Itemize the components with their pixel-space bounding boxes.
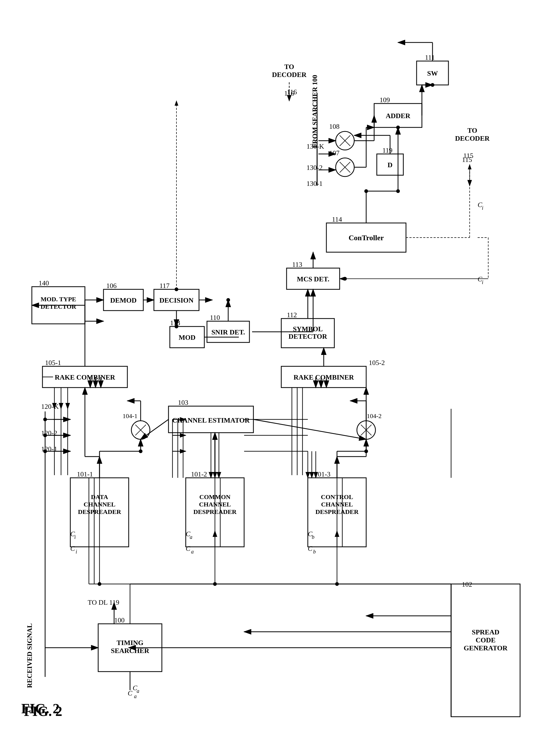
svg-text:CHANNEL ESTIMATOR: CHANNEL ESTIMATOR (172, 417, 250, 424)
svg-point-257 (175, 288, 178, 291)
svg-text:i: i (76, 549, 77, 555)
svg-text:C: C (70, 545, 75, 552)
svg-point-255 (139, 449, 143, 453)
svg-text:i: i (74, 534, 76, 540)
svg-text:112: 112 (287, 311, 297, 319)
svg-text:SPREAD: SPREAD (472, 628, 499, 636)
svg-text:CODE: CODE (476, 636, 495, 644)
svg-text:102: 102 (462, 581, 472, 588)
svg-text:SNIR DET.: SNIR DET. (212, 328, 245, 336)
svg-point-253 (213, 582, 217, 586)
svg-text:104-2: 104-2 (367, 413, 382, 419)
svg-point-254 (335, 582, 339, 586)
svg-text:b: b (313, 549, 316, 555)
svg-text:i: i (482, 279, 484, 285)
svg-text:116: 116 (284, 89, 294, 97)
svg-text:103: 103 (178, 399, 188, 406)
svg-text:DECODER: DECODER (272, 71, 307, 79)
svg-text:130-1: 130-1 (307, 180, 323, 188)
svg-text:RAKE COMBINER: RAKE COMBINER (293, 373, 354, 381)
svg-text:D: D (388, 161, 393, 169)
svg-text:C: C (308, 545, 313, 552)
svg-text:MCS DET.: MCS DET. (297, 275, 329, 283)
svg-text:100: 100 (115, 616, 125, 624)
svg-text:DECISION: DECISION (159, 296, 194, 304)
svg-text:a: a (134, 693, 137, 699)
svg-text:114: 114 (332, 216, 342, 223)
svg-text:DETECTOR: DETECTOR (288, 333, 327, 340)
svg-text:MOD. TYPE: MOD. TYPE (41, 296, 76, 303)
svg-text:109: 109 (380, 96, 390, 104)
svg-text:101-3: 101-3 (315, 470, 331, 478)
svg-text:105-1: 105-1 (45, 359, 61, 366)
svg-text:FROM SEARCHER 100: FROM SEARCHER 100 (311, 75, 319, 148)
svg-text:111: 111 (425, 53, 435, 61)
svg-text:TO: TO (284, 63, 294, 71)
svg-point-264 (431, 83, 434, 87)
figure-label: FIG. 2 (21, 701, 59, 716)
svg-text:DECODER: DECODER (455, 135, 489, 142)
svg-text:i: i (482, 205, 484, 211)
svg-point-256 (364, 449, 368, 453)
svg-text:115: 115 (462, 156, 472, 163)
svg-text:DEMOD: DEMOD (110, 296, 137, 304)
svg-text:TIMING: TIMING (117, 639, 143, 647)
svg-text:101-2: 101-2 (191, 470, 207, 478)
svg-text:ConTroller: ConTroller (349, 234, 384, 242)
svg-text:C: C (186, 545, 190, 552)
svg-point-265 (43, 449, 47, 453)
svg-line-138 (253, 419, 366, 439)
svg-text:117: 117 (159, 282, 170, 290)
svg-text:a: a (190, 534, 192, 540)
svg-text:SW: SW (427, 70, 438, 77)
svg-text:a: a (191, 549, 194, 555)
diagram-svg: SPREAD CODE GENERATOR 102 TIMING SEARCHE… (0, 0, 536, 756)
svg-text:120-K: 120-K (41, 403, 59, 410)
svg-text:GENERATOR: GENERATOR (464, 644, 507, 652)
svg-point-266 (43, 433, 47, 437)
svg-point-258 (175, 325, 178, 328)
svg-text:MOD: MOD (179, 334, 196, 341)
svg-text:113: 113 (292, 261, 302, 268)
svg-text:140: 140 (39, 279, 49, 287)
svg-point-259 (226, 298, 230, 302)
svg-text:130-2: 130-2 (307, 164, 323, 171)
svg-text:RECEIVED SIGNAL: RECEIVED SIGNAL (26, 623, 33, 688)
svg-text:105-2: 105-2 (369, 359, 385, 366)
svg-text:104-1: 104-1 (122, 413, 137, 419)
svg-text:TO DL 119: TO DL 119 (88, 599, 119, 606)
svg-text:108: 108 (329, 122, 340, 130)
svg-text:RAKE COMBINER: RAKE COMBINER (55, 373, 115, 381)
svg-text:ADDER: ADDER (386, 112, 411, 120)
svg-text:119: 119 (383, 147, 392, 154)
svg-point-261 (396, 189, 400, 193)
svg-text:b: b (312, 534, 315, 540)
svg-point-252 (98, 582, 101, 586)
svg-text:TO: TO (467, 127, 477, 134)
svg-point-263 (396, 125, 400, 129)
svg-point-260 (343, 277, 347, 281)
svg-text:106: 106 (106, 282, 117, 290)
svg-text:130-K: 130-K (307, 143, 324, 150)
svg-text:C: C (128, 689, 132, 697)
svg-text:110: 110 (210, 314, 220, 322)
svg-text:a: a (137, 688, 139, 694)
svg-text:107: 107 (329, 149, 340, 157)
diagram-container: FIG. 2 SPREAD CODE GENERATOR 102 TIMING … (0, 0, 536, 756)
svg-text:DETECTOR: DETECTOR (41, 303, 77, 310)
svg-point-262 (364, 189, 368, 193)
svg-point-267 (43, 418, 47, 421)
svg-text:101-1: 101-1 (77, 470, 93, 478)
